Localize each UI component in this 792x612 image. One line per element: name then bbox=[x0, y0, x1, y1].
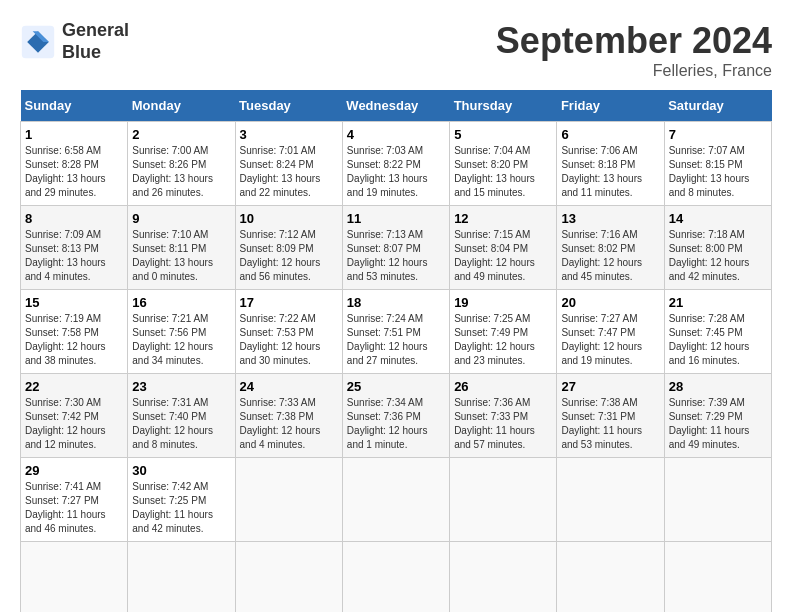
day-number: 28 bbox=[669, 379, 767, 394]
calendar-cell: 27 Sunrise: 7:38 AM Sunset: 7:31 PM Dayl… bbox=[557, 374, 664, 458]
day-info: Sunrise: 6:58 AM Sunset: 8:28 PM Dayligh… bbox=[25, 144, 123, 200]
calendar-cell bbox=[21, 542, 128, 613]
day-number: 23 bbox=[132, 379, 230, 394]
day-number: 30 bbox=[132, 463, 230, 478]
day-number: 20 bbox=[561, 295, 659, 310]
day-info: Sunrise: 7:16 AM Sunset: 8:02 PM Dayligh… bbox=[561, 228, 659, 284]
day-number: 2 bbox=[132, 127, 230, 142]
col-saturday: Saturday bbox=[664, 90, 771, 122]
col-thursday: Thursday bbox=[450, 90, 557, 122]
day-number: 27 bbox=[561, 379, 659, 394]
day-info: Sunrise: 7:34 AM Sunset: 7:36 PM Dayligh… bbox=[347, 396, 445, 452]
calendar-cell: 24 Sunrise: 7:33 AM Sunset: 7:38 PM Dayl… bbox=[235, 374, 342, 458]
day-number: 25 bbox=[347, 379, 445, 394]
calendar-cell bbox=[342, 458, 449, 542]
day-number: 22 bbox=[25, 379, 123, 394]
calendar-cell: 19 Sunrise: 7:25 AM Sunset: 7:49 PM Dayl… bbox=[450, 290, 557, 374]
col-tuesday: Tuesday bbox=[235, 90, 342, 122]
day-info: Sunrise: 7:33 AM Sunset: 7:38 PM Dayligh… bbox=[240, 396, 338, 452]
col-friday: Friday bbox=[557, 90, 664, 122]
day-info: Sunrise: 7:28 AM Sunset: 7:45 PM Dayligh… bbox=[669, 312, 767, 368]
day-number: 6 bbox=[561, 127, 659, 142]
day-info: Sunrise: 7:15 AM Sunset: 8:04 PM Dayligh… bbox=[454, 228, 552, 284]
calendar-cell: 20 Sunrise: 7:27 AM Sunset: 7:47 PM Dayl… bbox=[557, 290, 664, 374]
calendar-cell: 9 Sunrise: 7:10 AM Sunset: 8:11 PM Dayli… bbox=[128, 206, 235, 290]
calendar-table: Sunday Monday Tuesday Wednesday Thursday… bbox=[20, 90, 772, 612]
logo: General Blue bbox=[20, 20, 129, 63]
calendar-cell: 28 Sunrise: 7:39 AM Sunset: 7:29 PM Dayl… bbox=[664, 374, 771, 458]
day-info: Sunrise: 7:03 AM Sunset: 8:22 PM Dayligh… bbox=[347, 144, 445, 200]
calendar-row: 15 Sunrise: 7:19 AM Sunset: 7:58 PM Dayl… bbox=[21, 290, 772, 374]
day-number: 4 bbox=[347, 127, 445, 142]
calendar-cell: 1 Sunrise: 6:58 AM Sunset: 8:28 PM Dayli… bbox=[21, 122, 128, 206]
day-info: Sunrise: 7:22 AM Sunset: 7:53 PM Dayligh… bbox=[240, 312, 338, 368]
day-number: 24 bbox=[240, 379, 338, 394]
calendar-cell bbox=[664, 542, 771, 613]
calendar-row: 8 Sunrise: 7:09 AM Sunset: 8:13 PM Dayli… bbox=[21, 206, 772, 290]
calendar-cell: 13 Sunrise: 7:16 AM Sunset: 8:02 PM Dayl… bbox=[557, 206, 664, 290]
day-number: 1 bbox=[25, 127, 123, 142]
day-info: Sunrise: 7:06 AM Sunset: 8:18 PM Dayligh… bbox=[561, 144, 659, 200]
calendar-cell: 21 Sunrise: 7:28 AM Sunset: 7:45 PM Dayl… bbox=[664, 290, 771, 374]
day-info: Sunrise: 7:24 AM Sunset: 7:51 PM Dayligh… bbox=[347, 312, 445, 368]
calendar-cell: 22 Sunrise: 7:30 AM Sunset: 7:42 PM Dayl… bbox=[21, 374, 128, 458]
calendar-cell: 3 Sunrise: 7:01 AM Sunset: 8:24 PM Dayli… bbox=[235, 122, 342, 206]
calendar-cell: 30 Sunrise: 7:42 AM Sunset: 7:25 PM Dayl… bbox=[128, 458, 235, 542]
calendar-cell: 29 Sunrise: 7:41 AM Sunset: 7:27 PM Dayl… bbox=[21, 458, 128, 542]
day-number: 12 bbox=[454, 211, 552, 226]
logo-text: General Blue bbox=[62, 20, 129, 63]
day-number: 7 bbox=[669, 127, 767, 142]
calendar-row: 22 Sunrise: 7:30 AM Sunset: 7:42 PM Dayl… bbox=[21, 374, 772, 458]
calendar-cell bbox=[664, 458, 771, 542]
logo-icon bbox=[20, 24, 56, 60]
calendar-cell bbox=[128, 542, 235, 613]
day-info: Sunrise: 7:41 AM Sunset: 7:27 PM Dayligh… bbox=[25, 480, 123, 536]
calendar-cell: 23 Sunrise: 7:31 AM Sunset: 7:40 PM Dayl… bbox=[128, 374, 235, 458]
col-wednesday: Wednesday bbox=[342, 90, 449, 122]
calendar-cell: 2 Sunrise: 7:00 AM Sunset: 8:26 PM Dayli… bbox=[128, 122, 235, 206]
title-area: September 2024 Felleries, France bbox=[496, 20, 772, 80]
day-info: Sunrise: 7:01 AM Sunset: 8:24 PM Dayligh… bbox=[240, 144, 338, 200]
calendar-cell: 8 Sunrise: 7:09 AM Sunset: 8:13 PM Dayli… bbox=[21, 206, 128, 290]
calendar-cell: 16 Sunrise: 7:21 AM Sunset: 7:56 PM Dayl… bbox=[128, 290, 235, 374]
header-row: Sunday Monday Tuesday Wednesday Thursday… bbox=[21, 90, 772, 122]
page-header: General Blue September 2024 Felleries, F… bbox=[20, 20, 772, 80]
calendar-row bbox=[21, 542, 772, 613]
calendar-cell: 11 Sunrise: 7:13 AM Sunset: 8:07 PM Dayl… bbox=[342, 206, 449, 290]
calendar-cell bbox=[450, 542, 557, 613]
calendar-cell: 26 Sunrise: 7:36 AM Sunset: 7:33 PM Dayl… bbox=[450, 374, 557, 458]
calendar-cell bbox=[557, 542, 664, 613]
calendar-cell bbox=[235, 542, 342, 613]
calendar-cell: 14 Sunrise: 7:18 AM Sunset: 8:00 PM Dayl… bbox=[664, 206, 771, 290]
day-number: 14 bbox=[669, 211, 767, 226]
calendar-cell: 15 Sunrise: 7:19 AM Sunset: 7:58 PM Dayl… bbox=[21, 290, 128, 374]
day-info: Sunrise: 7:13 AM Sunset: 8:07 PM Dayligh… bbox=[347, 228, 445, 284]
day-info: Sunrise: 7:21 AM Sunset: 7:56 PM Dayligh… bbox=[132, 312, 230, 368]
calendar-row: 1 Sunrise: 6:58 AM Sunset: 8:28 PM Dayli… bbox=[21, 122, 772, 206]
day-number: 26 bbox=[454, 379, 552, 394]
day-number: 10 bbox=[240, 211, 338, 226]
day-info: Sunrise: 7:38 AM Sunset: 7:31 PM Dayligh… bbox=[561, 396, 659, 452]
day-number: 11 bbox=[347, 211, 445, 226]
day-info: Sunrise: 7:04 AM Sunset: 8:20 PM Dayligh… bbox=[454, 144, 552, 200]
day-number: 5 bbox=[454, 127, 552, 142]
day-info: Sunrise: 7:30 AM Sunset: 7:42 PM Dayligh… bbox=[25, 396, 123, 452]
calendar-cell: 25 Sunrise: 7:34 AM Sunset: 7:36 PM Dayl… bbox=[342, 374, 449, 458]
calendar-cell: 12 Sunrise: 7:15 AM Sunset: 8:04 PM Dayl… bbox=[450, 206, 557, 290]
day-info: Sunrise: 7:42 AM Sunset: 7:25 PM Dayligh… bbox=[132, 480, 230, 536]
day-number: 15 bbox=[25, 295, 123, 310]
day-info: Sunrise: 7:00 AM Sunset: 8:26 PM Dayligh… bbox=[132, 144, 230, 200]
col-monday: Monday bbox=[128, 90, 235, 122]
calendar-cell: 10 Sunrise: 7:12 AM Sunset: 8:09 PM Dayl… bbox=[235, 206, 342, 290]
day-info: Sunrise: 7:39 AM Sunset: 7:29 PM Dayligh… bbox=[669, 396, 767, 452]
calendar-cell: 18 Sunrise: 7:24 AM Sunset: 7:51 PM Dayl… bbox=[342, 290, 449, 374]
location: Felleries, France bbox=[496, 62, 772, 80]
day-number: 17 bbox=[240, 295, 338, 310]
day-info: Sunrise: 7:27 AM Sunset: 7:47 PM Dayligh… bbox=[561, 312, 659, 368]
calendar-cell bbox=[557, 458, 664, 542]
day-number: 13 bbox=[561, 211, 659, 226]
day-number: 29 bbox=[25, 463, 123, 478]
day-info: Sunrise: 7:07 AM Sunset: 8:15 PM Dayligh… bbox=[669, 144, 767, 200]
day-number: 3 bbox=[240, 127, 338, 142]
day-info: Sunrise: 7:25 AM Sunset: 7:49 PM Dayligh… bbox=[454, 312, 552, 368]
